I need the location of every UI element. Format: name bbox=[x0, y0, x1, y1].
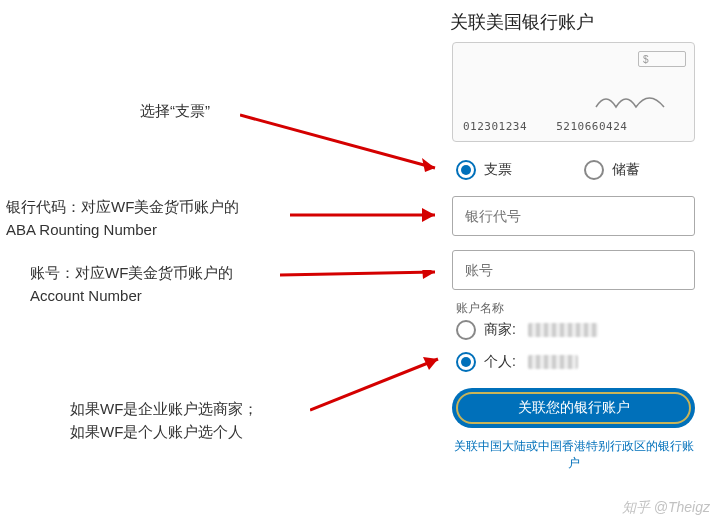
merchant-name-blurred bbox=[528, 323, 598, 337]
annotation-account-name-l2: 如果WF是个人账户选个人 bbox=[70, 423, 243, 440]
svg-line-4 bbox=[280, 272, 435, 275]
annotation-bank-code-l1: 银行代码：对应WF美金货币账户的 bbox=[6, 198, 239, 215]
radio-personal-label: 个人: bbox=[484, 353, 516, 371]
arrow-3 bbox=[280, 270, 450, 280]
annotation-account-name-l1: 如果WF是企业账户选商家； bbox=[70, 400, 258, 417]
svg-line-0 bbox=[240, 115, 435, 168]
account-number-input[interactable] bbox=[452, 250, 695, 290]
check-numbers: 012301234 5210660424 bbox=[463, 120, 627, 133]
watermark: 知乎 @Theigz bbox=[622, 499, 710, 517]
annotation-account-number-l1: 账号：对应WF美金货币账户的 bbox=[30, 264, 233, 281]
annotation-account-number-l2: Account Number bbox=[30, 287, 142, 304]
annotation-account-number: 账号：对应WF美金货币账户的 Account Number bbox=[30, 262, 233, 307]
radio-merchant[interactable] bbox=[456, 320, 476, 340]
signature-scribble bbox=[594, 89, 684, 111]
bank-code-input[interactable] bbox=[452, 196, 695, 236]
page-title: 关联美国银行账户 bbox=[450, 10, 594, 34]
arrow-2 bbox=[290, 205, 450, 225]
check-amount-box: $ bbox=[638, 51, 686, 67]
svg-marker-3 bbox=[422, 208, 435, 222]
link-china-account-link[interactable]: 关联中国大陆或中国香港特别行政区的银行账户 bbox=[452, 438, 695, 472]
radio-savings-label: 储蓄 bbox=[612, 161, 640, 179]
annotation-bank-code-l2: ABA Rounting Number bbox=[6, 221, 157, 238]
annotation-select-checking: 选择“支票” bbox=[140, 100, 210, 123]
account-name-label: 账户名称 bbox=[456, 300, 504, 317]
routing-number: 012301234 bbox=[463, 120, 527, 133]
svg-marker-5 bbox=[422, 270, 435, 279]
link-account-button[interactable]: 关联您的银行账户 bbox=[452, 388, 695, 428]
radio-personal-row[interactable]: 个人: bbox=[456, 352, 578, 372]
arrow-1 bbox=[240, 110, 450, 180]
svg-marker-7 bbox=[423, 357, 438, 370]
account-number-sample: 5210660424 bbox=[556, 120, 627, 133]
radio-savings-group[interactable]: 储蓄 bbox=[584, 160, 640, 180]
check-illustration: $ 012301234 5210660424 bbox=[452, 42, 695, 142]
dollar-sign: $ bbox=[643, 54, 649, 65]
annotation-bank-code: 银行代码：对应WF美金货币账户的 ABA Rounting Number bbox=[6, 196, 239, 241]
svg-line-6 bbox=[310, 359, 438, 410]
account-type-row: 支票 储蓄 bbox=[456, 160, 696, 180]
radio-savings[interactable] bbox=[584, 160, 604, 180]
radio-personal[interactable] bbox=[456, 352, 476, 372]
svg-marker-1 bbox=[422, 158, 435, 172]
personal-name-blurred bbox=[528, 355, 578, 369]
radio-checking-group[interactable]: 支票 bbox=[456, 160, 512, 180]
annotation-account-name: 如果WF是企业账户选商家； 如果WF是个人账户选个人 bbox=[70, 398, 258, 443]
radio-merchant-label: 商家: bbox=[484, 321, 516, 339]
arrow-4 bbox=[310, 355, 450, 415]
radio-merchant-row[interactable]: 商家: bbox=[456, 320, 598, 340]
radio-checking-label: 支票 bbox=[484, 161, 512, 179]
radio-checking[interactable] bbox=[456, 160, 476, 180]
